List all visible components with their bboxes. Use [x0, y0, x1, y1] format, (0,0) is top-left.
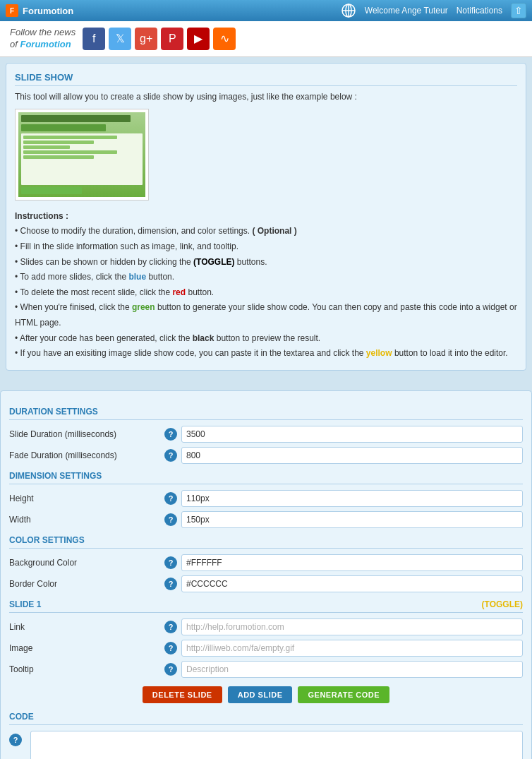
preview-bar-3 [21, 187, 82, 194]
code-textarea[interactable] [30, 731, 523, 759]
slide1-image-row: Image ? [9, 640, 523, 657]
slide1-header: SLIDE 1 (TOGGLE) [9, 599, 523, 613]
globe-icon [341, 3, 356, 18]
slideshow-description: This tool will allow you to create a sli… [15, 92, 517, 102]
width-input[interactable] [181, 511, 523, 528]
code-textarea-wrapper: ? [9, 731, 523, 759]
instruction-1: • Choose to modify the duration, dimensi… [15, 226, 297, 236]
app-logo-icon: F [6, 4, 18, 17]
instruction-8: • If you have an exisiting image slide s… [15, 348, 508, 358]
instruction-7: • After your code has been generated, cl… [15, 333, 320, 343]
slide1-link-help[interactable]: ? [164, 621, 177, 633]
slideshow-section: SLIDE SHOW This tool will allow you to c… [6, 63, 526, 371]
code-help[interactable]: ? [9, 734, 22, 746]
slide1-link-input[interactable] [181, 618, 523, 635]
preview-line-2 [23, 141, 94, 144]
bg-color-label: Background Color [9, 558, 164, 568]
slide1-tooltip-help[interactable]: ? [164, 663, 177, 676]
fade-duration-help[interactable]: ? [164, 449, 177, 462]
googleplus-button[interactable]: g+ [135, 28, 157, 50]
brand-name: Forumotion [20, 39, 71, 49]
app-name: Forumotion [23, 6, 73, 16]
bg-color-help[interactable]: ? [164, 556, 177, 569]
add-slide-button[interactable]: ADD SLIDE [228, 686, 293, 703]
border-color-row: Border Color ? [9, 575, 523, 592]
border-color-help[interactable]: ? [164, 578, 177, 590]
top-bar-right: Welcome Ange Tuteur Notifications ⇧ [341, 3, 526, 18]
preview-line-1 [23, 136, 117, 139]
instruction-3: • Slides can be shown or hidden by click… [15, 257, 267, 267]
instruction-6: • When you're finised, click the green b… [15, 302, 517, 328]
facebook-button[interactable]: f [83, 28, 105, 50]
slide1-link-row: Link ? [9, 618, 523, 635]
fade-duration-row: Fade Duration (milliseconds) ? [9, 447, 523, 464]
height-input[interactable] [181, 490, 523, 507]
slideshow-title: SLIDE SHOW [15, 72, 517, 86]
color-settings-title: COLOR SETTINGS [9, 535, 523, 549]
preview-bar-2 [21, 124, 106, 131]
pinterest-button[interactable]: P [161, 28, 183, 50]
width-row: Width ? [9, 511, 523, 528]
instructions-title: Instructions : [15, 211, 68, 221]
settings-section: DURATION SETTINGS Slide Duration (millis… [0, 390, 532, 759]
slide-duration-help[interactable]: ? [164, 428, 177, 441]
border-color-label: Border Color [9, 579, 164, 589]
height-label: Height [9, 494, 164, 503]
preview-line-4 [23, 150, 117, 154]
bg-color-row: Background Color ? [9, 554, 523, 571]
height-row: Height ? [9, 490, 523, 507]
notifications-link[interactable]: Notifications [457, 6, 502, 16]
slide1-title: SLIDE 1 [9, 599, 41, 609]
follow-text: Follow the news of Forumotion [10, 27, 75, 51]
slide1-tooltip-row: Tooltip ? [9, 661, 523, 678]
bg-color-input[interactable] [181, 554, 523, 571]
slide1-image-help[interactable]: ? [164, 642, 177, 655]
code-title: CODE [9, 712, 523, 725]
code-section: CODE ? [9, 712, 523, 759]
slide1-link-label: Link [9, 622, 164, 632]
fade-duration-label: Fade Duration (milliseconds) [9, 450, 164, 460]
delete-slide-button[interactable]: DELETE SLIDE [143, 686, 222, 703]
duration-settings-title: DURATION SETTINGS [9, 407, 523, 420]
slide1-tooltip-label: Tooltip [9, 664, 164, 674]
fade-duration-input[interactable] [181, 447, 523, 464]
action-buttons: DELETE SLIDE ADD SLIDE GENERATE CODE [9, 686, 523, 703]
top-bar: F Forumotion Welcome Ange Tuteur Notific… [0, 0, 532, 21]
slide-duration-label: Slide Duration (milliseconds) [9, 429, 164, 439]
app-branding: F Forumotion [6, 4, 73, 17]
instructions: Instructions : • Choose to modify the du… [15, 209, 517, 361]
rss-button[interactable]: ∿ [213, 28, 236, 50]
slide1-tooltip-input[interactable] [181, 661, 523, 678]
slide1-image-label: Image [9, 643, 164, 653]
instruction-5: • To delete the most recent slide, click… [15, 287, 214, 297]
slide1-toggle[interactable]: (TOGGLE) [482, 599, 523, 609]
instruction-4: • To add more slides, click the blue but… [15, 272, 174, 282]
slide-duration-input[interactable] [181, 426, 523, 443]
welcome-text: Welcome Ange Tuteur [365, 6, 448, 16]
youtube-button[interactable]: ▶ [187, 28, 210, 50]
height-help[interactable]: ? [164, 492, 177, 505]
upload-icon[interactable]: ⇧ [511, 3, 526, 18]
generate-code-button[interactable]: GENERATE CODE [298, 686, 389, 703]
instruction-2: • Fill in the slide information such as … [15, 241, 238, 251]
preview-bar-1 [21, 115, 131, 122]
slide1-image-input[interactable] [181, 640, 523, 657]
slideshow-preview [15, 109, 149, 201]
dimension-settings-title: DIMENSION SETTINGS [9, 471, 523, 484]
preview-line-3 [23, 145, 70, 149]
preview-content [21, 133, 143, 185]
width-help[interactable]: ? [164, 513, 177, 526]
border-color-input[interactable] [181, 575, 523, 592]
preview-line-5 [23, 155, 94, 159]
width-label: Width [9, 515, 164, 525]
twitter-button[interactable]: 𝕏 [109, 28, 131, 50]
slide-duration-row: Slide Duration (milliseconds) ? [9, 426, 523, 443]
preview-inner [18, 112, 145, 197]
social-icons: f 𝕏 g+ P ▶ ∿ [83, 28, 236, 50]
social-bar: Follow the news of Forumotion f 𝕏 g+ P ▶… [0, 21, 532, 57]
